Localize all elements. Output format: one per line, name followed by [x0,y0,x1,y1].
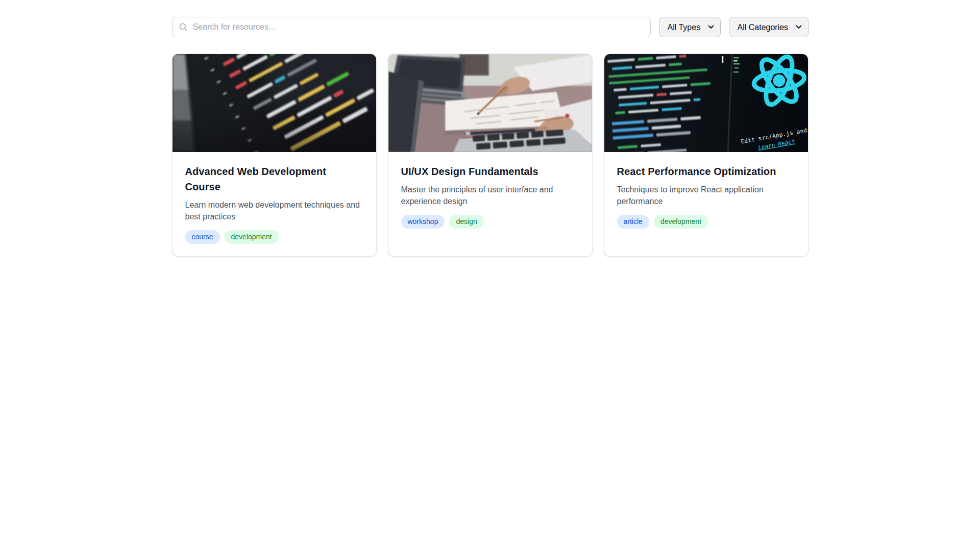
resource-card-uiux-design[interactable]: UI/UX Design Fundamentals Master the pri… [388,54,593,257]
card-body: Advanced Web Development Course Learn mo… [173,152,376,256]
card-body: React Performance Optimization Technique… [604,152,808,241]
tag-type: workshop [401,215,445,229]
search-input[interactable] [172,17,651,37]
tag-category: development [654,215,708,229]
card-description: Techniques to improve React application … [617,184,795,207]
react-logo-icon [750,54,807,111]
tag-list: course development [185,230,363,244]
tag-type: article [617,215,649,229]
card-body: UI/UX Design Fundamentals Master the pri… [388,152,592,241]
category-filter: All Categories [729,17,808,37]
card-description: Master the principles of user interface … [401,184,579,207]
resource-card-advanced-web-development[interactable]: Advanced Web Development Course Learn mo… [172,54,377,257]
search-toolbar: All Types All Categories [172,17,808,37]
page-container: All Types All Categories [172,0,808,257]
tag-category: design [449,215,483,229]
tag-list: workshop design [401,215,579,229]
type-filter: All Types [659,17,721,37]
resource-card-react-performance[interactable]: Edit src/App.js and save to rel Learn Re… [604,54,808,257]
search-box [172,17,651,37]
tag-type: course [185,230,220,244]
card-image-code-editor-photo [173,54,376,152]
resource-grid: Advanced Web Development Course Learn mo… [172,54,808,257]
card-image-team-workspace-photo [388,54,592,152]
card-title: UI/UX Design Fundamentals [401,164,579,179]
tag-category: development [225,230,279,244]
card-image-react-logo-code-photo: Edit src/App.js and save to rel Learn Re… [604,54,808,152]
card-title: React Performance Optimization [617,164,795,179]
card-description: Learn modern web development techniques … [185,199,363,222]
category-filter-select[interactable]: All Categories [729,17,808,37]
tag-list: article development [617,215,795,229]
type-filter-select[interactable]: All Types [659,17,721,37]
card-title: Advanced Web Development Course [185,164,363,194]
